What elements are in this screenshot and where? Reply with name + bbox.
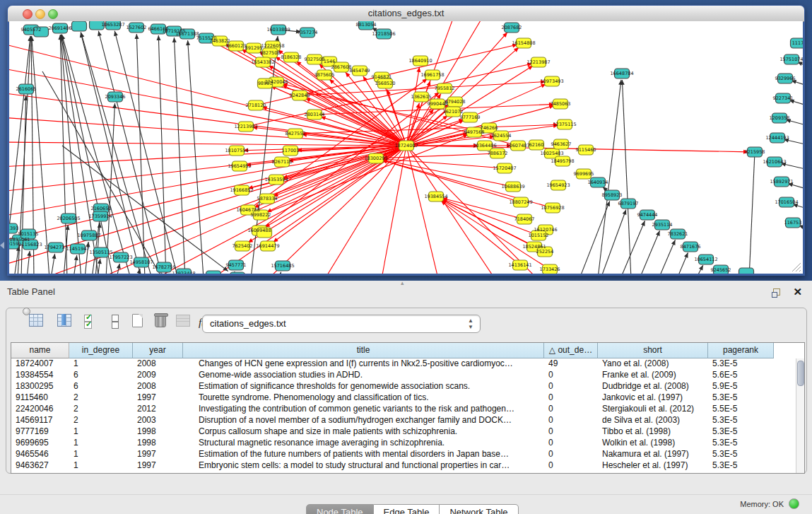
column-header-short[interactable]: short: [598, 343, 708, 358]
cell-short[interactable]: de Silva et al. (2003): [598, 415, 708, 426]
cell-year[interactable]: 2003: [133, 415, 183, 426]
resize-grip-icon[interactable]: [790, 261, 801, 272]
cell-in_degree[interactable]: 1: [69, 426, 133, 438]
cell-pagerank[interactable]: 5.3E-5: [708, 460, 774, 472]
cell-pagerank[interactable]: 5.6E-5: [708, 370, 774, 381]
cell-name[interactable]: 9463627: [11, 460, 69, 472]
table-row[interactable]: 977716911998Corpus callosum shape and si…: [11, 426, 804, 438]
cell-title[interactable]: Changes of HCN gene expression and I(f) …: [183, 358, 544, 370]
column-header-year[interactable]: year: [133, 343, 183, 358]
cell-name[interactable]: 18300295: [11, 381, 69, 392]
cell-pagerank[interactable]: 5.3E-5: [708, 392, 774, 404]
column-header-out_de[interactable]: △ out_de…: [544, 343, 598, 358]
table-row[interactable]: 946362711997Embryonic stem cells: a mode…: [11, 460, 804, 472]
memory-ok-indicator-icon[interactable]: [789, 498, 799, 509]
column-header-name[interactable]: name: [11, 343, 69, 358]
table-row[interactable]: 1938455462009Genome-wide association stu…: [11, 370, 804, 381]
rows-icon[interactable]: [107, 314, 126, 334]
cell-out_de[interactable]: 0: [544, 438, 598, 449]
cell-short[interactable]: Franke et al. (2009): [598, 370, 708, 381]
cell-name[interactable]: 19384554: [11, 370, 69, 381]
citation-network-graph[interactable]: 9405572206914061065328715276026466160107…: [9, 21, 803, 274]
graph-node[interactable]: [206, 271, 221, 274]
graph-node[interactable]: [739, 268, 754, 274]
cell-out_de[interactable]: 0: [544, 381, 598, 392]
column-header-title[interactable]: title: [183, 343, 544, 358]
cell-in_degree[interactable]: 2: [69, 415, 133, 426]
cell-year[interactable]: 2012: [133, 404, 183, 415]
cell-short[interactable]: Dudbridge et al. (2008): [598, 381, 708, 392]
cell-out_de[interactable]: 0: [544, 392, 598, 404]
cell-title[interactable]: Estimation of the future numbers of pati…: [183, 449, 544, 460]
cell-name[interactable]: 9777169: [11, 426, 69, 438]
cell-year[interactable]: 1998: [133, 438, 183, 449]
cell-out_de[interactable]: 49: [544, 358, 598, 370]
panel-collapse-arrow-icon[interactable]: [0, 242, 4, 249]
cell-in_degree[interactable]: 1: [69, 438, 133, 449]
network-window-titlebar[interactable]: citations_edges.txt: [8, 6, 804, 22]
cell-short[interactable]: Hescheler et al. (1997): [598, 460, 708, 472]
cell-title[interactable]: Embryonic stem cells: a model to study s…: [183, 460, 544, 472]
cell-title[interactable]: Genome-wide association studies in ADHD.: [183, 370, 544, 381]
table-row[interactable]: 911546021997Tourette syndrome. Phenomeno…: [11, 392, 804, 404]
column-header-pagerank[interactable]: pagerank: [708, 343, 774, 358]
cell-short[interactable]: Nakamura et al. (1997): [598, 449, 708, 460]
scrollbar-thumb[interactable]: [797, 361, 804, 386]
cell-pagerank[interactable]: 5.3E-5: [708, 438, 774, 449]
cell-out_de[interactable]: 0: [544, 404, 598, 415]
column-header-in_degree[interactable]: in_degree: [69, 343, 133, 358]
table-row[interactable]: 1456911722003Disruption of a novel membe…: [11, 415, 804, 426]
table-row[interactable]: 2242004622012Investigating the contribut…: [11, 404, 804, 415]
divider-handle-icon[interactable]: ▴: [401, 281, 411, 285]
cell-out_de[interactable]: 0: [544, 370, 598, 381]
cell-short[interactable]: Wolkin et al. (1998): [598, 438, 708, 449]
cell-short[interactable]: Yano et al. (2008): [598, 358, 708, 370]
network-canvas[interactable]: 9405572206914061065328715276026466160107…: [9, 21, 803, 274]
cell-year[interactable]: 2008: [133, 381, 183, 392]
graph-node[interactable]: [230, 272, 245, 274]
cell-in_degree[interactable]: 2: [69, 392, 133, 404]
cell-pagerank[interactable]: 5.3E-5: [708, 415, 774, 426]
select-rows-icon[interactable]: [84, 314, 102, 334]
cell-name[interactable]: 14569117: [11, 415, 69, 426]
node-table-header-row[interactable]: namein_degreeyeartitle△ out_de…shortpage…: [11, 343, 804, 358]
table-row[interactable]: 946554611997Estimation of the future num…: [11, 449, 804, 460]
delete-column-icon[interactable]: [153, 314, 172, 334]
cell-in_degree[interactable]: 6: [69, 381, 133, 392]
table-row[interactable]: 969969511998Structural magnetic resonanc…: [11, 438, 804, 449]
graph-node[interactable]: [72, 21, 87, 31]
cell-name[interactable]: 22420046: [11, 404, 69, 415]
cell-out_de[interactable]: 0: [544, 426, 598, 438]
vertical-scrollbar[interactable]: [796, 358, 804, 473]
delete-table-icon[interactable]: [176, 314, 194, 334]
cell-out_de[interactable]: 0: [544, 449, 598, 460]
cell-in_degree[interactable]: 6: [69, 370, 133, 381]
table-row[interactable]: 1872400712008Changes of HCN gene express…: [11, 358, 804, 370]
cell-name[interactable]: 9465546: [11, 449, 69, 460]
cell-in_degree[interactable]: 1: [69, 449, 133, 460]
node-table[interactable]: namein_degreeyeartitle△ out_de…shortpage…: [11, 342, 805, 474]
cell-year[interactable]: 2008: [133, 358, 183, 370]
cell-pagerank[interactable]: 5.3E-5: [708, 449, 774, 460]
cell-title[interactable]: Structural magnetic resonance image aver…: [183, 438, 544, 449]
float-panel-icon[interactable]: [772, 288, 781, 298]
cell-pagerank[interactable]: 5.3E-5: [708, 358, 774, 370]
cell-title[interactable]: Disruption of a novel member of a sodium…: [183, 415, 544, 426]
cell-pagerank[interactable]: 5.9E-5: [708, 381, 774, 392]
cell-out_de[interactable]: 0: [544, 460, 598, 472]
cell-title[interactable]: Investigating the contribution of common…: [183, 404, 544, 415]
cell-year[interactable]: 1997: [133, 449, 183, 460]
cell-name[interactable]: 9115460: [11, 392, 69, 404]
new-column-icon[interactable]: [131, 314, 149, 334]
cell-in_degree[interactable]: 1: [69, 460, 133, 472]
cell-name[interactable]: 18724007: [11, 358, 69, 370]
table-row[interactable]: 1830029562008Estimation of significance …: [11, 381, 804, 392]
cell-short[interactable]: Tibbo et al. (1998): [598, 426, 708, 438]
column-visibility-icon[interactable]: [57, 314, 76, 334]
cell-pagerank[interactable]: 5.5E-5: [708, 404, 774, 415]
cell-name[interactable]: 9699695: [11, 438, 69, 449]
cell-title[interactable]: Estimation of significance thresholds fo…: [183, 381, 544, 392]
cell-year[interactable]: 2009: [133, 370, 183, 381]
cell-year[interactable]: 1998: [133, 426, 183, 438]
cell-year[interactable]: 1997: [133, 460, 183, 472]
